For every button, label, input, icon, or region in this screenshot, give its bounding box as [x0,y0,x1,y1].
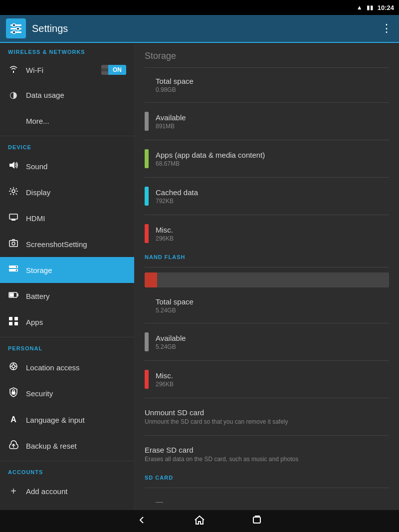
internal-available: Available 891MB [145,107,389,136]
svg-point-14 [16,266,17,267]
svg-rect-19 [14,317,18,320]
nand-total-label: Total space [156,297,389,306]
sidebar-item-label: More... [26,117,49,125]
sd-section-label: SD CARD [145,469,389,484]
nand-available: Available 5.24GB [145,327,389,356]
language-icon: A [8,415,19,424]
overflow-menu-button[interactable]: ⋮ [381,22,393,35]
svg-point-5 [12,31,15,34]
erase-sd-card[interactable]: Erase SD card Erases all data on the SD … [145,440,389,469]
sidebar-item-label: Sound [26,162,47,171]
nand-avail-value: 5.24GB [156,343,389,350]
sidebar-divider-3 [0,461,134,461]
internal-cached: Cached data 792KB [145,182,389,211]
nand-avail-color [145,332,149,351]
svg-rect-8 [9,214,17,219]
sidebar-item-location[interactable]: Location access [0,354,134,380]
nand-misc-value: 296KB [156,381,389,388]
sidebar-divider-2 [0,337,134,337]
apps-color [145,149,149,168]
svg-marker-6 [9,162,14,169]
display-icon [8,187,19,198]
sidebar-item-label: Display [26,188,50,197]
svg-point-11 [12,242,15,245]
sound-icon [8,161,19,172]
nand-total-value: 5.24GB [156,307,389,314]
svg-rect-29 [253,517,260,523]
sidebar-item-label: Battery [26,292,50,300]
sidebar-item-data-usage[interactable]: ◑ Data usage [0,82,134,108]
sidebar-item-sound[interactable]: Sound [0,153,134,179]
sidebar-item-label: Location access [26,363,80,372]
status-bar: ▲ ▮▮ 10:24 [0,0,399,15]
misc-value: 296KB [156,235,389,242]
svg-point-3 [12,24,15,27]
divider [145,488,389,488]
nand-misc: Misc. 296KB [145,365,389,394]
sidebar-item-display[interactable]: Display [0,179,134,205]
divider [145,435,389,436]
cached-value: 792KB [156,198,389,205]
sidebar-item-more[interactable]: More... [0,108,134,134]
svg-point-4 [16,27,19,30]
sidebar-item-label: Apps [26,318,43,326]
sidebar-item-hdmi[interactable]: HDMI [0,205,134,231]
nand-avail-info: Available 5.24GB [156,334,389,350]
settings-app-icon [6,18,26,38]
sd-placeholder: — [145,492,389,510]
toggle-off-label [101,68,108,71]
recent-apps-button[interactable] [248,511,266,532]
toggle-on-label: ON [108,65,126,75]
battery-icon [8,291,19,301]
misc-label: Misc. [156,226,389,234]
nand-bar-fill [145,272,157,287]
svg-point-15 [16,269,17,270]
content-area: Storage Total space 0.98GB Available 891… [135,43,399,510]
location-icon [8,362,19,373]
divider [145,215,389,215]
available-info: Available 891MB [156,113,389,130]
total-space-value: 0.98GB [156,86,389,93]
wifi-toggle[interactable]: ON [101,65,126,75]
security-icon [8,387,19,400]
svg-rect-17 [10,293,13,296]
erase-desc: Erases all data on the SD card, such as … [145,456,389,463]
sidebar: WIRELESS & NETWORKS Wi-Fi ON ◑ Data usag… [0,43,135,510]
home-button[interactable] [191,511,208,532]
data-usage-icon: ◑ [8,89,19,100]
sidebar-item-label: HDMI [26,214,45,223]
content-divider-top [145,67,389,68]
sidebar-item-storage[interactable]: Storage [0,257,134,283]
svg-rect-21 [14,322,18,325]
section-header-accounts: ACCOUNTS [0,463,134,478]
sidebar-item-apps[interactable]: Apps [0,309,134,335]
svg-rect-18 [9,317,12,320]
cached-info: Cached data 792KB [156,188,389,205]
svg-rect-28 [12,392,15,394]
sidebar-item-wifi[interactable]: Wi-Fi ON [0,58,134,82]
unmount-sd-card[interactable]: Unmount SD card Unmount the SD card so t… [145,402,389,431]
sidebar-item-label: Add account [26,487,67,496]
nand-section-label: NAND FLASH [145,248,389,263]
divider [145,140,389,140]
top-bar: Settings ⋮ [0,15,399,43]
sidebar-item-battery[interactable]: Battery [0,283,134,309]
svg-rect-20 [9,322,12,325]
sidebar-item-screenshot[interactable]: ScreenshotSetting [0,231,134,257]
wifi-label: Wi-Fi [26,66,94,74]
available-label: Available [156,113,389,122]
nand-misc-color [145,370,149,389]
sidebar-item-language[interactable]: A Language & input [0,407,134,433]
sidebar-item-backup[interactable]: Backup & reset [0,433,134,459]
section-header-personal: PERSONAL [0,339,134,354]
backup-icon [8,440,19,452]
cached-label: Cached data [156,188,389,197]
sidebar-item-security[interactable]: Security [0,380,134,407]
erase-label: Erase SD card [145,446,389,454]
sidebar-item-add-account[interactable]: + Add account [0,478,134,504]
nand-misc-label: Misc. [156,371,389,380]
back-button[interactable] [133,511,151,532]
add-account-icon: + [8,486,19,497]
internal-total-space: Total space 0.98GB [145,72,389,98]
svg-rect-9 [11,219,15,221]
